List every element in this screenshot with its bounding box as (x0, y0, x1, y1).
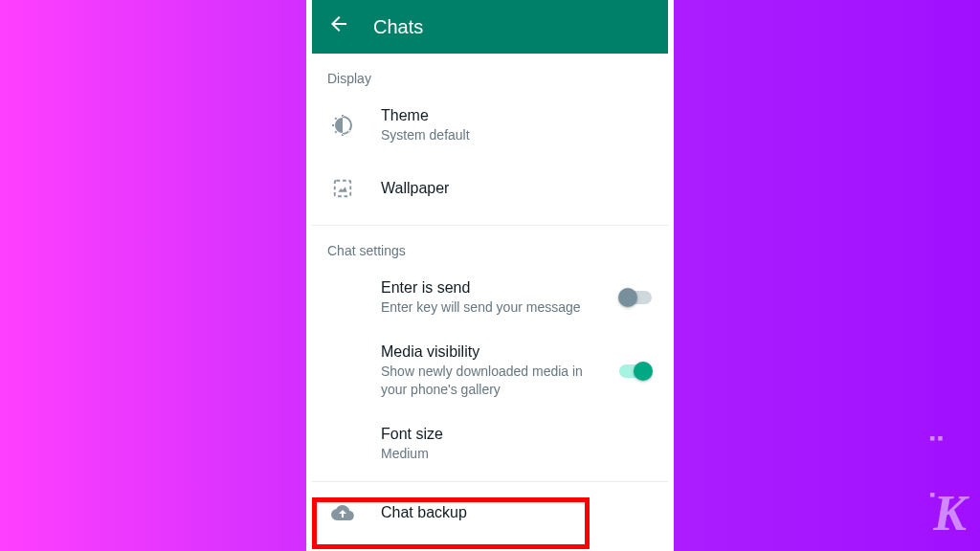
theme-icon (327, 114, 358, 137)
wallpaper-title: Wallpaper (381, 180, 653, 197)
settings-content: Display Theme System default Wallpaper C… (312, 54, 668, 543)
theme-title: Theme (381, 107, 653, 124)
enter-is-send-subtitle: Enter key will send your message (381, 298, 595, 317)
header-title: Chats (373, 16, 423, 38)
wallpaper-icon (327, 178, 358, 199)
media-visibility-title: Media visibility (381, 343, 595, 361)
svg-rect-0 (335, 181, 351, 197)
media-visibility-row[interactable]: Media visibility Show newly downloaded m… (312, 330, 668, 412)
back-arrow-icon[interactable] (327, 12, 350, 41)
media-visibility-subtitle: Show newly downloaded media in your phon… (381, 363, 595, 399)
font-size-row[interactable]: Font size Medium (312, 412, 668, 476)
enter-is-send-toggle[interactable] (618, 288, 653, 307)
enter-is-send-row[interactable]: Enter is send Enter key will send your m… (312, 266, 668, 330)
section-header-chat-settings: Chat settings (312, 226, 668, 266)
enter-is-send-title: Enter is send (381, 279, 595, 297)
theme-subtitle: System default (381, 126, 653, 144)
section-header-display: Display (312, 54, 668, 94)
app-header: Chats (312, 0, 668, 54)
wallpaper-row[interactable]: Wallpaper (312, 158, 668, 219)
chat-backup-row[interactable]: Chat backup (312, 482, 668, 543)
theme-row[interactable]: Theme System default (312, 94, 668, 158)
font-size-title: Font size (381, 426, 653, 443)
cloud-upload-icon (327, 501, 358, 524)
media-visibility-toggle[interactable] (618, 362, 653, 381)
chat-backup-title: Chat backup (381, 504, 653, 521)
watermark-logo: ▪▪▪K (929, 429, 965, 541)
phone-frame: Chats Display Theme System default Wallp… (306, 0, 674, 551)
font-size-subtitle: Medium (381, 445, 653, 463)
